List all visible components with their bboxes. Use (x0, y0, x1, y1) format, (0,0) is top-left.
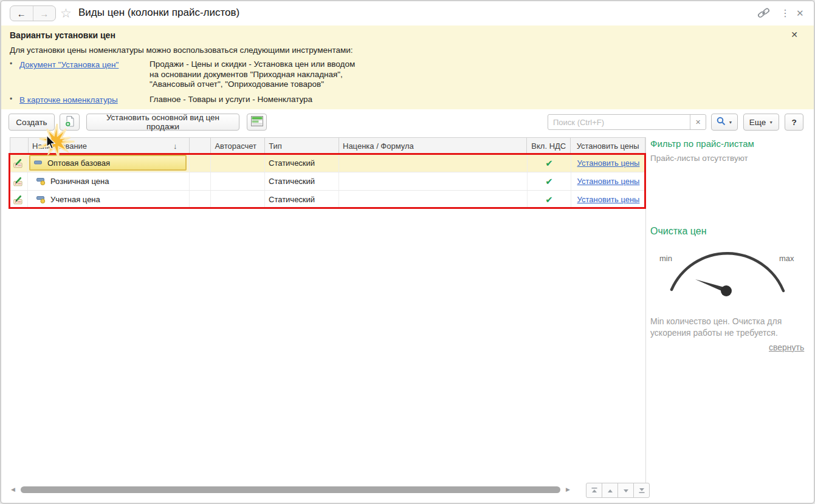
selected-cell-box: Оптовая базовая (29, 155, 187, 171)
gauge-arc (672, 253, 783, 291)
row-cell-name[interactable]: Учетная цена (28, 191, 190, 208)
banner-close-icon[interactable]: ✕ (791, 30, 798, 39)
svg-text:1.00: 1.00 (15, 164, 21, 167)
collapse-link[interactable]: свернуть (769, 342, 804, 352)
header-type[interactable]: Тип (265, 138, 339, 154)
bullet-icon: • (10, 60, 12, 68)
get-link-icon[interactable] (757, 6, 771, 22)
banner-item: • Документ "Установка цен" Продажи - Цен… (10, 60, 119, 69)
gauge-hub (721, 285, 732, 296)
row-cell-type: Статический (265, 172, 339, 190)
more-actions-button[interactable]: Еще ▼ (743, 114, 779, 131)
row-cell-icon: 1.00 (10, 172, 28, 190)
page-title: Виды цен (колонки прайс-листов) (78, 7, 239, 19)
help-button[interactable]: ? (785, 114, 803, 131)
forward-button[interactable]: → (33, 6, 56, 21)
search-input[interactable] (548, 115, 690, 129)
set-prices-document-link[interactable]: Документ "Установка цен" (19, 60, 119, 69)
row-cell-spacer (190, 172, 211, 190)
go-last-button[interactable] (633, 483, 650, 498)
header-spacer (190, 138, 211, 154)
table-row-optovaya-bazovaya[interactable]: 1.00 Оптовая базовая Статический ✔ (10, 154, 645, 172)
price-list-filter-empty: Прайс-листы отсутствуют (650, 154, 748, 163)
row-cell-type: Статический (265, 154, 339, 172)
price-type-derived-icon (36, 177, 46, 185)
row-cell-markup (339, 191, 528, 208)
banner-title: Варианты установки цен (10, 30, 115, 40)
copy-document-icon (64, 115, 75, 129)
search-clear-icon[interactable]: ✕ (690, 115, 706, 129)
table-header: Наименование ↓ Авторасчет Тип Наценка / … (10, 137, 645, 154)
header-autocalc[interactable]: Авторасчет (211, 138, 265, 154)
row-cell-vat: ✔ (528, 191, 571, 208)
header-markup[interactable]: Наценка / Формула (339, 138, 527, 154)
row-cell-name[interactable]: Оптовая базовая (28, 154, 190, 172)
set-prices-icon: 1.00 (13, 158, 24, 169)
go-previous-button[interactable] (602, 483, 618, 498)
sort-descending-icon: ↓ (173, 141, 186, 151)
create-button-label: Создать (16, 118, 47, 127)
table-row-uchetnaya-cena[interactable]: 1.00 Учетная цена Статический (10, 191, 645, 209)
item-card-link[interactable]: В карточке номенклатуры (19, 95, 118, 104)
banner-item: • В карточке номенклатуры Главное - Това… (10, 95, 118, 104)
more-menu-icon[interactable]: ⋮ (780, 7, 790, 19)
set-prices-link[interactable]: Установить цены (577, 195, 640, 204)
row-name-label: Учетная цена (50, 195, 100, 204)
table-row-roznichnaya-cena[interactable]: 1.00 Розничная цена Статический (10, 172, 645, 191)
svg-text:1.00: 1.00 (15, 182, 21, 185)
row-cell-autocalc (211, 191, 265, 208)
list-navigation-group (586, 483, 650, 498)
hscroll-right-icon[interactable]: ▶ (566, 486, 570, 492)
cleanup-note: Min количество цен. Очистка для ускорени… (650, 316, 803, 339)
price-type-icon (34, 160, 43, 166)
row-cell-markup (339, 172, 528, 190)
copy-button[interactable] (60, 114, 80, 131)
set-prices-icon: 1.00 (13, 176, 24, 187)
history-nav-group: ← → (10, 5, 56, 21)
price-table-icon (251, 116, 263, 128)
search-options-button[interactable]: ▼ (711, 114, 738, 131)
panel-divider (645, 137, 646, 498)
window-close-icon[interactable]: ✕ (796, 8, 804, 19)
banner-intro: Для установки цены номенклатуры можно во… (10, 46, 353, 55)
hscroll-left-icon[interactable]: ◀ (11, 486, 15, 492)
set-prices-icon: 1.00 (13, 194, 24, 205)
go-next-button[interactable] (617, 483, 634, 498)
set-prices-link[interactable]: Установить цены (577, 177, 640, 186)
horizontal-scrollbar-thumb[interactable] (21, 486, 560, 493)
title-bar: ← → ☆ Виды цен (колонки прайс-листов) ⋮ … (1, 1, 814, 26)
price-setup-banner: Варианты установки цен ✕ Для установки ц… (1, 26, 814, 109)
header-name[interactable]: Наименование ↓ (29, 138, 190, 154)
row-cell-icon: 1.00 (10, 191, 28, 208)
row-cell-autocalc (211, 154, 265, 172)
search-box: ✕ (548, 114, 706, 130)
banner-item-description: Главное - Товары и услуги - Номенклатура (150, 95, 363, 105)
row-cell-markup (339, 154, 528, 172)
header-set-prices[interactable]: Установить цены (571, 138, 645, 154)
create-button[interactable]: Создать (9, 114, 55, 131)
header-name-label: Наименование (32, 141, 87, 151)
row-cell-autocalc (211, 172, 265, 190)
back-button[interactable]: ← (10, 6, 33, 21)
row-name-label: Розничная цена (50, 177, 109, 186)
favorite-star-icon[interactable]: ☆ (60, 6, 72, 21)
check-icon: ✔ (545, 158, 553, 169)
row-cell-name[interactable]: Розничная цена (28, 172, 190, 190)
set-prices-link[interactable]: Установить цены (577, 158, 640, 168)
row-cell-type: Статический (265, 191, 339, 208)
set-main-price-type-label: Установить основной вид цен продажи (91, 113, 235, 131)
bullet-icon: • (10, 95, 12, 103)
banner-item-description: Продажи - Цены и скидки - Установка цен … (150, 60, 363, 90)
go-first-button[interactable] (586, 483, 602, 498)
check-icon: ✔ (545, 194, 553, 205)
set-prices-table-button[interactable] (247, 114, 267, 131)
list-toolbar: Создать Установить основной вид цен прод… (1, 109, 814, 137)
row-cell-vat: ✔ (528, 172, 571, 190)
row-cell-spacer (190, 154, 211, 172)
header-vat[interactable]: Вкл. НДС (527, 138, 571, 154)
more-actions-label: Еще (749, 118, 766, 127)
price-type-derived-icon (36, 196, 46, 203)
row-name-label: Оптовая базовая (47, 158, 110, 168)
set-main-price-type-button[interactable]: Установить основной вид цен продажи (86, 114, 239, 131)
search-icon (717, 117, 726, 128)
